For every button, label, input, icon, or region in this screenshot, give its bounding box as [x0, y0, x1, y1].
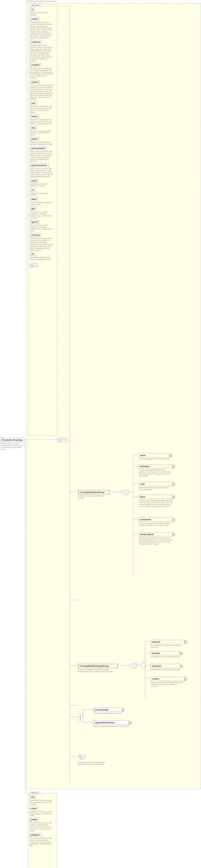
cdg-mult: 0..∞	[125, 494, 129, 496]
attr-desc: The job title of the person who created …	[29, 837, 53, 847]
attr-jobtitleuri: jobtitleuri	[29, 833, 41, 837]
attr-desc: A refinement of the semantics of the pro…	[29, 800, 53, 805]
attr-dir: dir	[30, 252, 35, 256]
attributes-frame-base: attributes idThe local identifier of the…	[28, 6, 58, 436]
expand-icon[interactable]: +	[184, 678, 187, 680]
cdg-desc: A link to an item or a web resource whic…	[139, 522, 173, 526]
attr-whyuri: whyuri	[30, 137, 39, 141]
attributes-pill-ext: attributes	[30, 792, 40, 794]
expand-icon[interactable]: +	[122, 709, 124, 711]
person-details-desc: A set of properties specific to a person	[93, 712, 122, 714]
attr-jobtitle: jobtitle	[29, 818, 39, 822]
attr-desc: One or many constraints that apply to pu…	[30, 151, 53, 162]
cdg-definition: definition+	[139, 464, 173, 469]
cdg-desc: Additional natural language information …	[139, 487, 173, 491]
attr-desc: The job title of the person who created …	[29, 822, 53, 832]
crg-sameAs: sameAs+	[151, 640, 185, 644]
attr-desc: The date (and, optionally, the time) whe…	[30, 67, 53, 79]
any-other-mult: 0..∞	[80, 758, 110, 760]
attr-desc: The type of the concept assigned as cont…	[30, 211, 53, 219]
attr-desc: If the attribute is empty, specifies whi…	[30, 44, 53, 62]
cdg-desc: A natural language name for the concept.	[139, 458, 170, 460]
crg-seq	[130, 663, 137, 667]
expand-icon[interactable]: +	[172, 519, 175, 521]
cdg-desc: In NAR 1.8 and later, facet is deprecate…	[139, 499, 173, 507]
attr-uri: uri	[30, 188, 35, 192]
expand-icon[interactable]: +	[172, 496, 175, 498]
crg-desc: A group of properties required to indica…	[78, 669, 118, 673]
attr-desc: One or many constraints that apply to pu…	[30, 168, 53, 178]
expand-icon[interactable]: +	[172, 533, 175, 536]
attr-role: role	[29, 795, 36, 799]
cdg-note: note+	[139, 482, 173, 486]
crg-mult: 0..∞	[134, 667, 138, 669]
organisation-details: organisationDetails+	[93, 720, 129, 725]
cdg-hierarchyInfo: hierarchyInfo+	[139, 532, 173, 536]
cdg-name: name+	[139, 453, 170, 458]
expand-icon[interactable]: -	[109, 665, 110, 667]
attr-literal: literal	[30, 197, 38, 201]
attr-desc: Indicates by which means the value was e…	[30, 119, 53, 125]
expand-icon[interactable]: -	[105, 491, 106, 494]
crg-narrower: narrower+	[151, 664, 180, 668]
attr-pubconstrainturi: pubconstrainturi	[30, 163, 48, 167]
extension-type-label: FlexPartyPropType (extension)	[27, 0, 56, 3]
attr-desc: A URI which identifies a concept.	[30, 192, 53, 196]
expand-icon[interactable]: +	[180, 665, 182, 668]
any-other-attr-base: any ##other	[30, 263, 38, 267]
expand-icon[interactable]: +	[180, 652, 182, 655]
cdg-remoteInfo: remoteInfo+	[139, 518, 173, 522]
attr-desc: Why the metadata has been included - exp…	[30, 141, 53, 145]
attr-why: why	[30, 126, 37, 130]
root-type-desc: Flexible Author (creator or contributor)…	[1, 443, 25, 451]
person-details: personDetails+	[93, 708, 122, 712]
attr-desc: A refinement of the semantics of the pro…	[29, 811, 53, 817]
cdg-seq	[122, 490, 129, 494]
expand-icon[interactable]: +	[129, 721, 131, 724]
expand-icon[interactable]: +	[172, 465, 175, 468]
attr-desc: Indicates by which means the value was e…	[30, 105, 53, 114]
attr-desc: The type of the concept assigned as cont…	[30, 224, 53, 232]
crg-broader: broader+	[151, 651, 180, 655]
attr-pubconstraint: pubconstraint	[30, 147, 46, 150]
attr-type: type	[30, 207, 37, 210]
attr-creator: creator	[30, 17, 39, 21]
attr-qcode: qcode	[30, 179, 39, 183]
any-other-desc: Extension point for provider-defined pro…	[78, 762, 109, 765]
concept-relationships-group: ConceptRelationshipsGroup -	[78, 664, 118, 668]
concept-definition-group: ConceptDefinitionGroup -	[78, 490, 109, 494]
attr-creatoruri: creatoruri	[30, 40, 42, 44]
crg-desc: A related concept, where the relationshi…	[151, 681, 185, 687]
any-other-element: any ##other	[78, 754, 87, 758]
attr-xml:lang: xml:lang	[30, 233, 41, 237]
cdg-desc: A natural language definition of the sem…	[139, 469, 173, 477]
crg-desc: An identifier of a more generic concept.	[151, 656, 180, 658]
attr-custom: custom	[30, 80, 40, 84]
attr-desc: If the property value is not defined, sp…	[30, 21, 53, 39]
expand-icon[interactable]: +	[172, 483, 175, 486]
attr-desc: If set to true the corresponding propert…	[30, 85, 53, 100]
attr-howuri: howuri	[30, 115, 39, 118]
organisation-details-desc: A group of properties specific to an org…	[93, 725, 129, 727]
crg-desc: An identifier of a concept with equivale…	[151, 645, 185, 649]
root-type-name: FlexAuthorPropType	[1, 438, 25, 442]
cdg-desc: Represents the position of a concept in …	[139, 537, 173, 545]
attr-id: id	[30, 8, 34, 11]
expand-icon[interactable]: +	[184, 641, 187, 643]
attr-modified: modified	[30, 63, 41, 67]
attributes-frame-ext: attributes roleA refinement of the seman…	[28, 793, 57, 868]
attr-how: how	[30, 101, 37, 105]
expand-icon[interactable]: +	[169, 454, 172, 457]
attr-desc: A free-text value assigned as property v…	[30, 202, 53, 206]
crg-related: related+	[151, 677, 185, 681]
cdg-desc: A group of properties to define the conc…	[78, 495, 109, 499]
attr-desc: The directionality of textual content (e…	[30, 256, 53, 260]
attr-roleuri: roleuri	[29, 807, 38, 810]
attr-desc: Specifies the language of this property …	[30, 238, 53, 251]
crg-desc: An identifier of a more specific concept…	[151, 669, 180, 671]
sequence-compositor	[58, 438, 67, 442]
attr-desc: The local identifier of the property.	[30, 12, 53, 16]
cdg-facet: facet+	[139, 495, 173, 499]
attributes-pill-base: attributes	[30, 4, 41, 6]
attr-desc: A qualified code which identifies a conc…	[30, 183, 53, 187]
